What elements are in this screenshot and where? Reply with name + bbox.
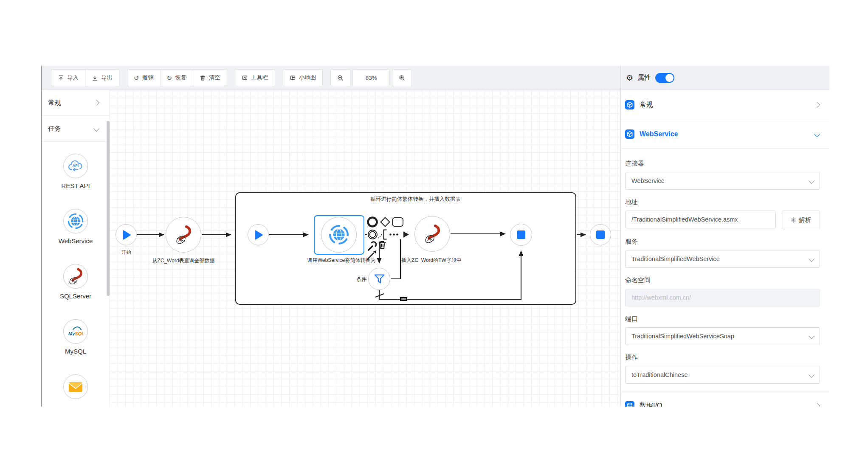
canvas-toolbar: 导入 导出 ↺ 撤销 ↻ 恢复 清空 bbox=[42, 66, 620, 90]
chevron-right-icon bbox=[814, 403, 820, 407]
svg-text:API: API bbox=[73, 163, 79, 168]
sparkle-icon bbox=[791, 217, 796, 223]
zoom-out-group bbox=[330, 69, 350, 86]
rest-api-cloud-icon: API bbox=[67, 158, 85, 174]
operation-select[interactable]: toTraditionalChinese bbox=[625, 366, 820, 384]
redo-icon: ↻ bbox=[167, 75, 172, 81]
sql-query-node[interactable] bbox=[166, 217, 201, 253]
svg-text:MySQL: MySQL bbox=[68, 331, 85, 336]
address-input[interactable] bbox=[625, 211, 776, 228]
minimap-group: 小地图 bbox=[283, 69, 323, 86]
redo-label: 恢复 bbox=[175, 74, 186, 81]
webservice-globe-icon bbox=[328, 224, 349, 245]
sql-insert-node[interactable] bbox=[414, 216, 450, 252]
import-icon bbox=[58, 75, 64, 81]
import-button[interactable]: 导入 bbox=[51, 70, 85, 86]
sidebar-group-task[interactable]: 任务 bbox=[42, 116, 110, 142]
minimap-icon bbox=[290, 75, 296, 81]
condition-node[interactable] bbox=[368, 268, 390, 290]
export-button[interactable]: 导出 bbox=[85, 70, 119, 86]
resize-arrow-tool[interactable] bbox=[367, 250, 377, 259]
toolbar-toggle-label: 工具栏 bbox=[251, 74, 268, 81]
node-palette-sidebar: 常规 任务 API REST API bbox=[42, 90, 110, 407]
more-dots-icon[interactable] bbox=[389, 233, 398, 236]
chevron-right-icon bbox=[814, 102, 820, 108]
undo-icon: ↺ bbox=[134, 75, 139, 81]
condition-node-label: 条件 bbox=[356, 276, 366, 283]
end-node[interactable] bbox=[590, 224, 611, 245]
zoom-in-button[interactable] bbox=[392, 70, 411, 86]
delete-tool[interactable] bbox=[379, 242, 386, 248]
palette-item-mysql[interactable]: MySQL MySQL bbox=[42, 319, 110, 355]
rest-api-circle: API bbox=[63, 154, 88, 178]
webservice-node[interactable] bbox=[321, 217, 357, 253]
sqlserver-logo-icon bbox=[422, 224, 442, 244]
service-select[interactable]: TraditionalSimplifiedWebService bbox=[625, 250, 820, 268]
palette-item-label: WebService bbox=[59, 237, 93, 244]
shape-rect-tool[interactable] bbox=[393, 218, 403, 226]
palette-item-email[interactable] bbox=[42, 374, 110, 399]
section-data-io[interactable]: 数据I/O bbox=[621, 393, 829, 407]
minimap-button[interactable]: 小地图 bbox=[283, 70, 323, 86]
shape-circle-tool[interactable] bbox=[368, 218, 377, 227]
zoom-out-button[interactable] bbox=[331, 70, 350, 86]
sidebar-scrollbar[interactable] bbox=[107, 121, 110, 296]
zoom-level-group: 83% bbox=[352, 69, 390, 86]
loop-start-node[interactable] bbox=[248, 224, 269, 245]
palette-item-webservice[interactable]: WebService bbox=[42, 209, 110, 244]
select-chevron-icon bbox=[809, 178, 814, 184]
top-toolbar: 导入 导出 ↺ 撤销 ↻ 恢复 清空 bbox=[42, 66, 829, 90]
namespace-input[interactable] bbox=[625, 289, 820, 306]
export-icon bbox=[92, 75, 98, 81]
sidebar-group-general[interactable]: 常规 bbox=[42, 90, 110, 116]
section-general-label: 常规 bbox=[640, 101, 653, 110]
port-value: TraditionalSimplifiedWebServiceSoap bbox=[631, 333, 734, 340]
flow-arrowhead bbox=[403, 232, 409, 238]
sqlserver-logo-icon bbox=[173, 225, 194, 245]
flow-canvas[interactable]: 循环进行简体繁体转换，并插入数据表 bbox=[110, 90, 620, 407]
service-label: 服务 bbox=[625, 238, 820, 246]
section-data-io-label: 数据I/O bbox=[640, 402, 662, 407]
select-chevron-icon bbox=[809, 256, 814, 262]
address-label: 地址 bbox=[625, 198, 820, 206]
connector-select[interactable]: WebService bbox=[625, 172, 820, 190]
palette-item-rest-api[interactable]: API REST API bbox=[42, 154, 110, 189]
chevron-down-icon bbox=[814, 131, 820, 137]
gear-icon: ⚙ bbox=[626, 74, 633, 82]
clear-button[interactable]: 清空 bbox=[193, 70, 227, 86]
cube-icon bbox=[625, 100, 634, 110]
redo-button[interactable]: ↻ 恢复 bbox=[160, 70, 193, 86]
connect-tool[interactable] bbox=[378, 230, 387, 239]
shape-ring-tool[interactable] bbox=[368, 230, 377, 239]
zoom-out-icon bbox=[337, 75, 344, 81]
chevron-right-icon bbox=[93, 100, 99, 106]
section-webservice[interactable]: WebService bbox=[621, 120, 829, 149]
mysql-logo-icon: MySQL bbox=[67, 325, 85, 338]
shape-diamond-tool[interactable] bbox=[381, 218, 390, 227]
sql-query-node-label: 从ZC_Word表查询全部数据 bbox=[152, 257, 214, 264]
section-general[interactable]: 常规 bbox=[621, 90, 829, 120]
address-row: 解析 bbox=[625, 211, 820, 229]
connector-value: WebService bbox=[631, 177, 665, 184]
palette-item-label: SQLServer bbox=[60, 292, 91, 300]
start-node[interactable] bbox=[116, 224, 137, 245]
properties-toggle[interactable] bbox=[655, 73, 674, 83]
zoom-level-display[interactable]: 83% bbox=[353, 70, 389, 86]
wrench-tool[interactable] bbox=[369, 242, 376, 250]
sqlserver-circle bbox=[63, 264, 88, 289]
loop-end-node[interactable] bbox=[510, 224, 532, 246]
toggle-knob bbox=[665, 74, 674, 82]
properties-panel: 常规 WebService 连接器 WebService 地址 解析 bbox=[620, 90, 829, 407]
toolbar-toggle-button[interactable]: 工具栏 bbox=[235, 70, 275, 86]
webservice-circle bbox=[63, 209, 88, 233]
properties-title: 属性 bbox=[637, 73, 651, 82]
palette-item-sqlserver[interactable]: SQLServer bbox=[42, 264, 110, 300]
board-icon bbox=[242, 75, 248, 81]
parse-button[interactable]: 解析 bbox=[782, 211, 820, 229]
operation-label: 操作 bbox=[625, 354, 820, 362]
connector-label: 连接器 bbox=[625, 160, 820, 168]
database-icon bbox=[625, 401, 634, 407]
undo-button[interactable]: ↺ 撤销 bbox=[127, 70, 160, 86]
palette-item-label: MySQL bbox=[65, 348, 86, 355]
port-select[interactable]: TraditionalSimplifiedWebServiceSoap bbox=[625, 327, 820, 345]
